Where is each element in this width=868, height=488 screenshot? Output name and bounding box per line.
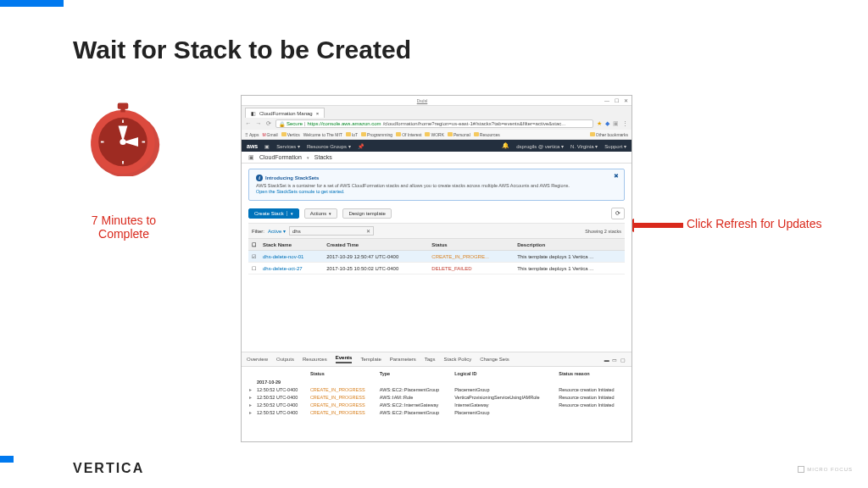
close-window-icon[interactable]: ✕ (624, 97, 628, 103)
secure-label: Secure (287, 121, 303, 126)
row-checkbox[interactable]: ☐ (248, 263, 259, 274)
cell-desc: This template deploys 1 Vertica ... (514, 263, 625, 274)
star-icon[interactable]: ★ (597, 120, 602, 127)
table-row[interactable]: ☐ dhs-delete-oct-27 2017-10-25 10:50:02 … (248, 263, 625, 274)
banner-link[interactable]: Open the StackSets console to get starte… (256, 189, 345, 194)
row-checkbox[interactable]: ☑ (248, 251, 259, 263)
gmail-icon: M (262, 132, 265, 137)
forward-icon[interactable]: → (255, 120, 262, 127)
cell-desc: This template deploys 1 Vertica ... (514, 251, 625, 263)
bookmark-item[interactable]: Other bookmarks (590, 132, 628, 137)
filter-input[interactable]: dhs ✕ (289, 226, 374, 236)
bookmark-item[interactable]: Personal (448, 132, 470, 137)
support-menu[interactable]: Support ▾ (604, 143, 626, 149)
event-type: AWS::EC2::PlacementGroup (377, 409, 452, 417)
cell-status: DELETE_FAILED (428, 263, 514, 274)
layout-icons[interactable]: ▬ ▭ ▢ (604, 357, 626, 363)
refresh-button[interactable]: ⟳ (611, 208, 625, 219)
event-time: 12:50:52 UTC-0400 (254, 386, 308, 394)
expand-icon[interactable]: ▸ (247, 386, 254, 394)
filter-dropdown[interactable]: Active ▾ (268, 228, 286, 234)
bell-icon[interactable]: 🔔 (502, 142, 509, 149)
reload-icon[interactable]: ⟳ (265, 120, 272, 127)
chevron-down-icon: ▾ (287, 211, 293, 216)
expand-icon[interactable]: ▸ (247, 394, 254, 402)
tab-events[interactable]: Events (336, 355, 353, 363)
tab-resources[interactable]: Resources (303, 357, 327, 362)
col-stack-name[interactable]: Stack Name (259, 239, 323, 251)
event-row[interactable]: ▸ 12:50:52 UTC-0400 CREATE_IN_PROGRESS A… (247, 402, 626, 409)
tab-favicon-icon: ◧ (251, 110, 256, 116)
col-status[interactable]: Status (428, 239, 514, 251)
services-menu[interactable]: Services ▾ (276, 143, 300, 149)
user-menu[interactable]: dsprogils @ vertica ▾ (516, 143, 564, 149)
expand-icon[interactable]: ▸ (247, 409, 254, 417)
tab-parameters[interactable]: Parameters (390, 357, 416, 362)
tab-outputs[interactable]: Outputs (276, 357, 294, 362)
maximize-icon[interactable]: ☐ (615, 97, 619, 103)
bookmark-item[interactable]: ⠿Apps (245, 132, 259, 137)
close-banner-icon[interactable]: ✖ (614, 173, 619, 180)
col-type: Type (377, 369, 452, 378)
bookmark-item[interactable]: Of Interest (396, 132, 421, 137)
bookmark-item[interactable]: Welcome to The MIT (303, 132, 342, 137)
design-template-button[interactable]: Design template (342, 208, 391, 219)
tab-close-icon[interactable]: × (316, 111, 320, 116)
event-time: 12:50:52 UTC-0400 (254, 394, 308, 402)
ext1-icon[interactable]: ◆ (605, 120, 609, 127)
menu-icon[interactable]: ⋮ (622, 120, 628, 127)
bookmark-item[interactable]: IoT (346, 132, 358, 137)
aws-logo[interactable]: aws (247, 143, 258, 149)
events-panel: Status Type Logical ID Status reason 201… (242, 367, 632, 419)
browser-tab[interactable]: ◧ CloudFormation Manag × (245, 108, 325, 118)
clear-filter-icon[interactable]: ✕ (366, 228, 370, 234)
stacks-table: ☐ Stack Name Created Time Status Descrip… (248, 238, 625, 274)
address-bar[interactable]: 🔒 Secure | https://console.aws.amazon.co… (275, 119, 593, 128)
bookmarks-bar: ⠿Apps MGmail Vertics Welcome to The MIT … (242, 130, 632, 140)
region-menu[interactable]: N. Virginia ▾ (570, 143, 598, 149)
col-description[interactable]: Description (514, 239, 625, 251)
ext2-icon[interactable]: ▣ (613, 120, 619, 127)
cell-created: 2017-10-25 10:50:02 UTC-0400 (323, 263, 428, 274)
select-all-checkbox[interactable]: ☐ (248, 239, 259, 251)
event-type: AWS::EC2::PlacementGroup (377, 386, 452, 394)
stack-name-link[interactable]: dhs-delete-nov-01 (259, 251, 323, 263)
table-row[interactable]: ☑ dhs-delete-nov-01 2017-10-29 12:50:47 … (248, 251, 625, 263)
event-row[interactable]: ▸ 12:50:52 UTC-0400 CREATE_IN_PROGRESS A… (247, 386, 626, 394)
stack-name-link[interactable]: dhs-delete-oct-27 (259, 263, 323, 274)
event-reason (556, 409, 626, 417)
cube-icon: ▣ (248, 154, 254, 161)
bookmark-item[interactable]: Resources (474, 132, 500, 137)
resource-groups-menu[interactable]: Resource Groups ▾ (307, 143, 351, 149)
tab-overview[interactable]: Overview (247, 357, 268, 362)
tab-change-sets[interactable]: Change Sets (480, 357, 509, 362)
create-stack-button[interactable]: Create Stack▾ (248, 208, 299, 219)
refresh-icon: ⟳ (615, 210, 620, 216)
back-icon[interactable]: ← (245, 120, 252, 127)
chevron-down-icon: ▾ (283, 229, 286, 234)
event-time: 12:50:52 UTC-0400 (254, 409, 308, 417)
actions-button[interactable]: Actions▾ (304, 208, 338, 219)
event-row[interactable]: ▸ 12:50:52 UTC-0400 CREATE_IN_PROGRESS A… (247, 409, 626, 417)
col-created-time[interactable]: Created Time (323, 239, 428, 251)
cell-created: 2017-10-29 12:50:47 UTC-0400 (323, 251, 428, 263)
tab-template[interactable]: Template (360, 357, 381, 362)
bookmark-item[interactable]: Programming (361, 132, 392, 137)
pin-icon[interactable]: 📌 (358, 143, 364, 149)
col-status: Status (308, 369, 377, 378)
folder-icon (281, 132, 287, 136)
event-row[interactable]: ▸ 12:50:52 UTC-0400 CREATE_IN_PROGRESS A… (247, 394, 626, 402)
folder-icon (346, 132, 351, 136)
svg-point-11 (120, 139, 125, 145)
folder-icon (590, 132, 595, 136)
bookmark-item[interactable]: Vertics (281, 132, 300, 137)
tab-tags[interactable]: Tags (425, 357, 436, 362)
bookmark-item[interactable]: MGmail (262, 132, 277, 137)
event-type: AWS::EC2::InternetGateway (377, 402, 452, 409)
breadcrumb-app[interactable]: CloudFormation (259, 154, 302, 160)
minimize-icon[interactable]: — (604, 98, 609, 103)
banner-message: AWS StackSet is a container for a set of… (256, 183, 617, 195)
bookmark-item[interactable]: WORK (425, 132, 444, 137)
tab-stack-policy[interactable]: Stack Policy (443, 357, 471, 362)
expand-icon[interactable]: ▸ (247, 402, 254, 409)
